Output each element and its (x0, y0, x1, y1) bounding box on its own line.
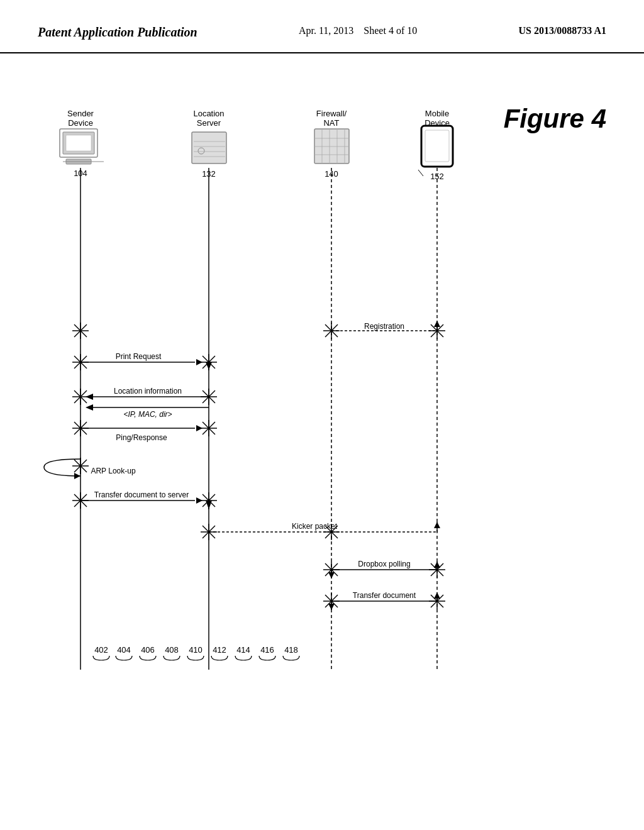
date-sheet: Apr. 11, 2013 Sheet 4 of 10 (299, 25, 417, 36)
sender-label: Sender (67, 109, 94, 118)
firewall-label2: NAT (323, 118, 339, 128)
step-num-406: 406 (141, 645, 155, 655)
svg-rect-2 (66, 135, 91, 151)
step-num-404: 404 (117, 645, 131, 655)
kicker-packet-label: Kicker packet (292, 522, 338, 531)
location-server-label2: Server (197, 118, 221, 128)
sender-label2: Device (68, 118, 93, 128)
transfer-document-label: Transfer document (353, 591, 416, 600)
burst-410-sender (72, 458, 89, 474)
step-num-416: 416 (260, 645, 274, 655)
svg-line-22 (418, 170, 423, 176)
step-num-410: 410 (189, 645, 203, 655)
mobile-label2: Device (425, 118, 450, 128)
step-num-402: 402 (94, 645, 108, 655)
step-num-414: 414 (236, 645, 250, 655)
mobile-label: Mobile (425, 109, 449, 118)
svg-rect-12 (314, 129, 349, 163)
svg-marker-109 (196, 425, 203, 431)
burst-408-location (201, 420, 217, 436)
location-server-label: Location (193, 109, 224, 118)
svg-marker-105 (86, 394, 93, 400)
location-info-label: Location information (114, 387, 182, 396)
step-num-418: 418 (284, 645, 298, 655)
step-num-408: 408 (165, 645, 179, 655)
burst-402 (72, 323, 89, 339)
svg-marker-112 (196, 497, 203, 504)
diagram-svg: Sender Device 104 Location Server 132 (0, 53, 644, 795)
arp-lookup-label: ARP Look-up (91, 467, 135, 475)
sheet: Sheet 4 of 10 (364, 25, 417, 36)
figure-diagram: Figure 4 Sender Device 104 Location (0, 53, 644, 795)
svg-marker-107 (86, 404, 93, 411)
patent-number: US 2013/0088733 A1 (518, 25, 606, 36)
dropbox-polling-label: Dropbox polling (358, 560, 410, 568)
transfer-to-server-label: Transfer document to server (94, 490, 189, 499)
patent-page: Patent Application Publication Apr. 11, … (0, 0, 644, 830)
svg-rect-6 (192, 132, 226, 163)
page-header: Patent Application Publication Apr. 11, … (0, 0, 644, 53)
svg-rect-21 (425, 130, 449, 162)
firewall-label: Firewall/ (316, 109, 347, 118)
ip-mac-dir-label1: <IP, MAC, dir> (123, 410, 172, 419)
svg-marker-110 (74, 473, 80, 479)
date: Apr. 11, 2013 (299, 25, 353, 36)
ping-response-label: Ping/Response (116, 433, 167, 442)
registration-label: Registration (364, 322, 404, 331)
publication-type: Patent Application Publication (38, 25, 197, 40)
print-request-label: Print Request (116, 352, 162, 361)
step-num-412: 412 (213, 645, 226, 655)
svg-marker-103 (196, 359, 203, 365)
